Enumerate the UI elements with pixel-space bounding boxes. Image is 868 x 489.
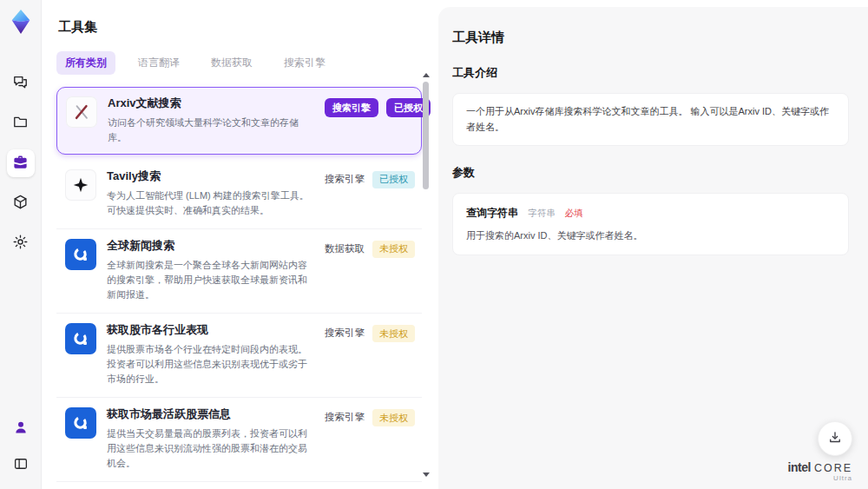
sparkle-icon — [65, 169, 96, 201]
chat-icon — [12, 74, 29, 93]
params-section-header: 参数 — [452, 165, 849, 181]
sidebar-btn-settings-icon[interactable] — [7, 229, 35, 257]
sidebar-btn-chat-icon[interactable] — [7, 69, 35, 97]
tool-card-3[interactable]: 全球新闻搜索全球新闻搜索是一个聚合全球各大新闻网站内容的搜索引擎，帮助用户快速获… — [56, 229, 422, 314]
folder-icon — [12, 114, 29, 133]
icon-sidebar — [0, 0, 42, 489]
tool-title: 全球新闻搜索 — [107, 239, 313, 254]
tool-card-4[interactable]: 获取股市各行业表现提供股票市场各个行业在特定时间段内的表现。投资者可以利用这些信… — [56, 314, 422, 398]
news-e-icon — [65, 239, 96, 270]
download-button[interactable] — [818, 421, 852, 456]
category-tag: 搜索引擎 — [325, 325, 365, 340]
auth-status-badge: 已授权 — [372, 171, 415, 188]
param-required-badge: 必填 — [564, 208, 582, 218]
news-e-icon — [65, 407, 96, 439]
collapse-panel-icon — [13, 456, 29, 474]
tool-title: Tavily搜索 — [107, 169, 313, 184]
tool-list: Arxiv文献搜索访问各个研究领域大量科学论文和文章的存储库。搜索引擎已授权Ta… — [56, 87, 422, 489]
app-window: 工具集 所有类别语言翻译数据获取搜索引擎 Arxiv文献搜索访问各个研究领域大量… — [0, 0, 868, 489]
tool-description: 提供当天交易量最高的股票列表，投资者可以利用这些信息来识别流动性强的股票和潜在的… — [107, 426, 313, 471]
auth-status-badge: 未授权 — [372, 325, 415, 342]
detail-title: 工具详情 — [452, 30, 849, 46]
param-description: 用于搜索的Arxiv ID、关键字或作者姓名。 — [466, 228, 835, 244]
page-title: 工具集 — [58, 19, 438, 36]
scroll-up-arrow-icon[interactable] — [423, 73, 430, 77]
tool-card-2[interactable]: Tavily搜索专为人工智能代理 (LLM) 构建的搜索引擎工具。可快速提供实时… — [56, 160, 422, 229]
ultra-wordmark: Ultra — [788, 475, 852, 482]
sidebar-bottom — [7, 414, 35, 479]
category-tag: 搜索引擎 — [325, 98, 378, 117]
list-scrollbar[interactable] — [422, 73, 430, 477]
parameter-box: 查询字符串 字符串 必填 用于搜索的Arxiv ID、关键字或作者姓名。 — [452, 193, 849, 255]
param-type: 字符串 — [528, 208, 556, 218]
scrollbar-thumb[interactable] — [423, 82, 429, 189]
param-name: 查询字符串 — [466, 207, 518, 219]
tool-description: 访问各个研究领域大量科学论文和文章的存储库。 — [108, 116, 314, 145]
auth-status-badge: 未授权 — [372, 241, 415, 258]
settings-icon — [12, 234, 29, 253]
download-icon — [827, 430, 843, 448]
news-e-icon — [65, 323, 96, 354]
user-icon — [13, 420, 29, 438]
category-tag: 搜索引擎 — [325, 171, 365, 186]
toolbox-icon — [12, 154, 29, 173]
tools-panel: 工具集 所有类别语言翻译数据获取搜索引擎 Arxiv文献搜索访问各个研究领域大量… — [42, 0, 438, 489]
tool-title: 获取市场最活跃股票信息 — [107, 407, 313, 422]
sidebar-btn-collapse-panel-icon[interactable] — [7, 451, 35, 479]
tool-description: 专为人工智能代理 (LLM) 构建的搜索引擎工具。可快速提供实时、准确和真实的结… — [107, 188, 313, 218]
sidebar-btn-user-icon[interactable] — [7, 414, 35, 442]
auth-status-badge: 未授权 — [372, 409, 415, 426]
scroll-down-arrow-icon[interactable] — [423, 472, 430, 477]
intel-core-logo: intel CORE Ultra — [788, 461, 852, 483]
sidebar-btn-package-icon[interactable] — [7, 189, 35, 217]
arxiv-icon — [66, 96, 97, 128]
tab-语言翻译[interactable]: 语言翻译 — [129, 51, 188, 75]
tool-description: 提供股票市场各个行业在特定时间段内的表现。投资者可以利用这些信息来识别表现优于或… — [107, 342, 313, 387]
sidebar-btn-toolbox-icon[interactable] — [7, 149, 35, 177]
core-wordmark: CORE — [814, 463, 852, 474]
tool-card-5[interactable]: 获取市场最活跃股票信息提供当天交易量最高的股票列表，投资者可以利用这些信息来识别… — [56, 398, 422, 482]
app-logo gem-logo-icon — [8, 9, 34, 35]
tool-detail-panel: 工具详情 工具介绍 一个用于从Arxiv存储库搜索科学论文和文章的工具。 输入可… — [438, 7, 868, 489]
tool-card-6[interactable]: 万维地区新闻查询查询具体行政区划内的新闻，快速了解各地新闻动搜索引擎未授权 — [56, 482, 422, 489]
tab-所有类别[interactable]: 所有类别 — [56, 51, 115, 75]
sidebar-nav — [7, 69, 35, 257]
tool-intro-text: 一个用于从Arxiv存储库搜索科学论文和文章的工具。 输入可以是Arxiv ID… — [466, 104, 835, 135]
tool-card-1[interactable]: Arxiv文献搜索访问各个研究领域大量科学论文和文章的存储库。搜索引擎已授权 — [56, 87, 422, 155]
intro-box: 一个用于从Arxiv存储库搜索科学论文和文章的工具。 输入可以是Arxiv ID… — [452, 93, 849, 146]
category-tabs: 所有类别语言翻译数据获取搜索引擎 — [56, 51, 438, 75]
tool-description: 全球新闻搜索是一个聚合全球各大新闻网站内容的搜索引擎，帮助用户快速获取全球最新资… — [107, 258, 313, 302]
category-tag: 搜索引擎 — [325, 409, 365, 424]
tab-数据获取[interactable]: 数据获取 — [202, 51, 261, 75]
tool-title: Arxiv文献搜索 — [108, 96, 314, 111]
package-icon — [12, 194, 29, 213]
sidebar-btn-folder-icon[interactable] — [7, 109, 35, 137]
tool-title: 获取股市各行业表现 — [107, 323, 313, 338]
intro-section-header: 工具介绍 — [452, 65, 849, 81]
category-tag: 数据获取 — [325, 241, 365, 255]
tab-搜索引擎[interactable]: 搜索引擎 — [275, 51, 334, 75]
intel-wordmark: intel — [788, 461, 811, 473]
